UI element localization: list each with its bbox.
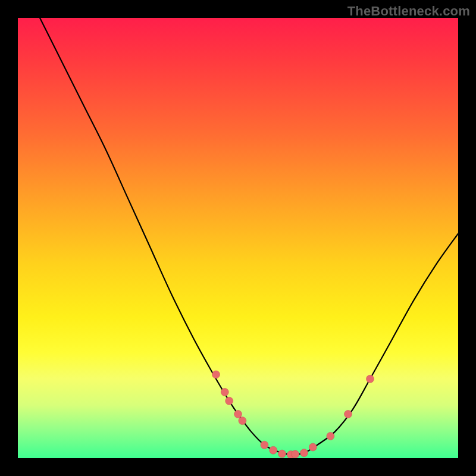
data-point bbox=[221, 389, 228, 396]
data-points bbox=[212, 371, 374, 458]
watermark-text: TheBottleneck.com bbox=[347, 4, 470, 19]
curve-overlay bbox=[18, 18, 458, 458]
data-point bbox=[345, 411, 352, 418]
data-point bbox=[292, 450, 299, 458]
data-point bbox=[212, 371, 220, 378]
data-point bbox=[234, 411, 242, 418]
data-point bbox=[367, 375, 374, 383]
data-point bbox=[309, 443, 317, 451]
data-point bbox=[278, 450, 286, 458]
data-point bbox=[270, 446, 277, 454]
bottleneck-curve bbox=[40, 18, 458, 455]
data-point bbox=[327, 433, 334, 440]
data-point bbox=[239, 417, 246, 425]
data-point bbox=[300, 449, 308, 457]
data-point bbox=[261, 441, 268, 449]
chart-frame: TheBottleneck.com bbox=[0, 0, 476, 476]
data-point bbox=[226, 397, 233, 405]
gradient-plot-area bbox=[18, 18, 458, 458]
